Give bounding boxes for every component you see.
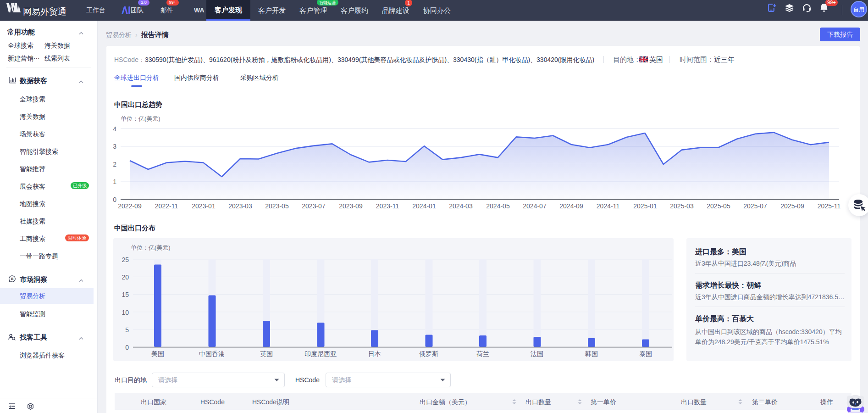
svg-text:B: B <box>11 277 14 281</box>
